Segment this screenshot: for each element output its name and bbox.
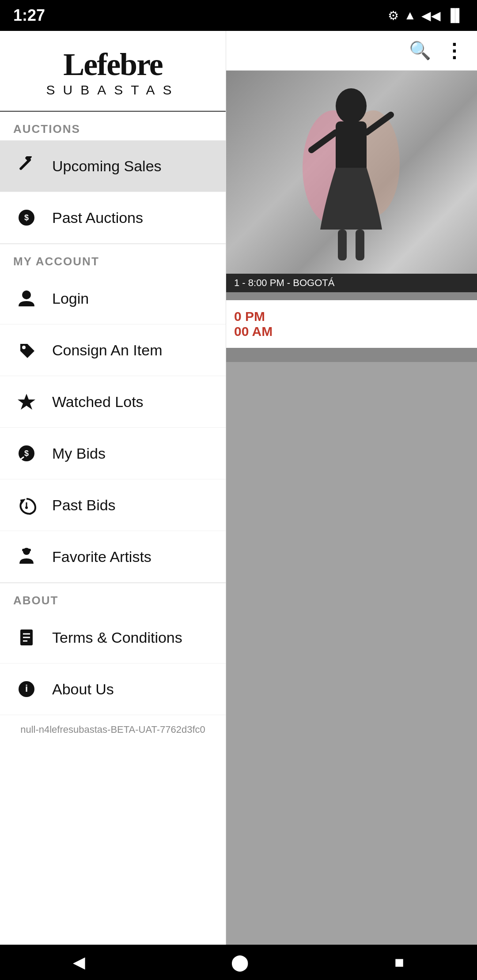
nav-item-about-us[interactable]: i About Us [0, 663, 226, 715]
bottom-nav: ◀ ⬤ ■ [0, 945, 477, 980]
hammer-icon [13, 153, 40, 179]
nav-home-button[interactable]: ⬤ [213, 949, 266, 976]
section-header-account: MY ACCOUNT [0, 244, 226, 273]
nav-item-past-bids[interactable]: Past Bids [0, 479, 226, 531]
section-header-auctions: AUCTIONS [0, 112, 226, 140]
nav-recents-button[interactable]: ■ [377, 949, 422, 976]
section-header-about: ABOUT [0, 583, 226, 612]
star-icon [13, 388, 40, 415]
overlay-bg [225, 362, 477, 945]
status-time: 1:27 [13, 6, 45, 25]
person-icon [13, 285, 40, 312]
svg-marker-14 [18, 394, 35, 410]
watched-lots-label: Watched Lots [52, 393, 144, 411]
more-icon[interactable]: ⋮ [444, 39, 464, 62]
nav-item-upcoming-sales[interactable]: Upcoming Sales [0, 140, 226, 192]
nav-item-consign[interactable]: Consign An Item [0, 324, 226, 376]
consign-label: Consign An Item [52, 342, 162, 359]
nav-item-past-auctions[interactable]: $ Past Auctions [0, 192, 226, 244]
battery-icon: ▐▌ [446, 8, 464, 23]
about-us-label: About Us [52, 681, 114, 698]
auction-date-text: 1 - 8:00 PM - BOGOTÁ [234, 277, 334, 288]
image-placeholder [225, 71, 477, 274]
login-label: Login [52, 290, 89, 307]
status-bar: 1:27 ⚙ ▲ ◀◀ ▐▌ [0, 0, 477, 31]
svg-text:i: i [25, 683, 28, 694]
svg-rect-20 [22, 549, 31, 551]
svg-point-13 [22, 346, 26, 349]
auction-info-bar: 1 - 8:00 PM - BOGOTÁ [225, 274, 477, 292]
coin-icon: $ [13, 204, 40, 231]
svg-text:$: $ [24, 213, 29, 222]
svg-point-12 [22, 290, 31, 299]
settings-icon: ⚙ [388, 8, 399, 23]
logo-area: Lefebre SUBASTAS [0, 31, 226, 112]
nav-back-button[interactable]: ◀ [55, 949, 103, 976]
auction-time-1: 0 PM [234, 309, 468, 324]
auction-time-2: 00 AM [234, 324, 468, 339]
favorite-artists-label: Favorite Artists [52, 548, 151, 565]
silhouette-svg [298, 79, 404, 265]
logo-main: Lefebre [13, 49, 212, 80]
past-auctions-label: Past Auctions [52, 209, 143, 226]
history-icon [13, 492, 40, 518]
terms-label: Terms & Conditions [52, 629, 182, 646]
svg-rect-9 [25, 156, 32, 161]
signal-icon: ◀◀ [421, 8, 441, 23]
nav-item-favorite-artists[interactable]: Favorite Artists [0, 531, 226, 583]
info-icon: i [13, 676, 40, 702]
nav-item-watched-lots[interactable]: Watched Lots [0, 376, 226, 428]
svg-rect-7 [356, 230, 364, 260]
auction-image [225, 71, 477, 274]
status-icons: ⚙ ▲ ◀◀ ▐▌ [388, 8, 464, 23]
nav-drawer: Lefebre SUBASTAS AUCTIONS Upcoming Sales… [0, 31, 226, 945]
svg-text:$: $ [24, 449, 29, 458]
past-bids-label: Past Bids [52, 497, 116, 514]
top-bar: 🔍 ⋮ [225, 31, 477, 71]
svg-rect-8 [19, 158, 31, 170]
svg-point-2 [336, 88, 367, 124]
logo-sub: SUBASTAS [13, 83, 212, 98]
bid-icon: $ [13, 440, 40, 467]
nav-item-my-bids[interactable]: $ My Bids [0, 428, 226, 479]
upcoming-sales-label: Upcoming Sales [52, 158, 162, 175]
nav-item-login[interactable]: Login [0, 273, 226, 324]
auction-times: 0 PM 00 AM [225, 300, 477, 348]
version-text: null-n4lefresubastas-BETA-UAT-7762d3fc0 [0, 715, 226, 744]
search-icon[interactable]: 🔍 [409, 40, 431, 61]
artist-icon [13, 543, 40, 570]
document-icon [13, 624, 40, 651]
my-bids-label: My Bids [52, 445, 106, 462]
wifi-icon: ▲ [404, 8, 416, 23]
tag-icon [13, 337, 40, 363]
nav-item-terms[interactable]: Terms & Conditions [0, 612, 226, 663]
svg-rect-6 [338, 230, 347, 260]
